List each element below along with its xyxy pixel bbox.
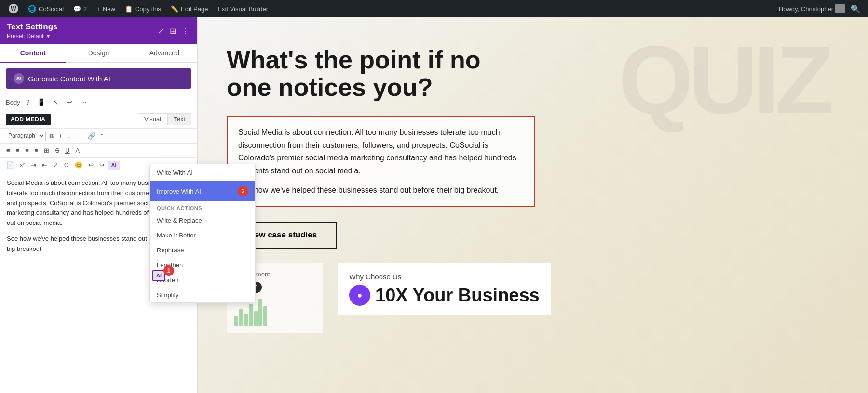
chart-bar (258, 299, 262, 326)
sidebar-header-icons: ⤢ ⊞ ⋮ (157, 26, 190, 37)
underline-btn[interactable]: U (63, 145, 72, 156)
align-center-btn[interactable]: ≡ (14, 145, 22, 156)
rephrase-item[interactable]: Rephrase (150, 243, 255, 258)
body-paragraph-2: See how we've helped these businesses st… (238, 184, 524, 196)
copy-label: Copy this (135, 5, 161, 13)
unordered-list-btn[interactable]: ≡ (65, 131, 73, 141)
special-char-btn[interactable]: Ω (62, 160, 71, 170)
make-better-item[interactable]: Make It Better (150, 228, 255, 243)
chart-bar (244, 314, 248, 326)
justify-btn[interactable]: ≡ (32, 145, 41, 156)
comment-count: 2 (83, 5, 87, 13)
edit-page-label: Edit Page (181, 5, 208, 13)
step-2-badge: 2 (238, 186, 248, 196)
tab-design[interactable]: Design (66, 44, 131, 63)
why-choose-box: Why Choose Us ● 10X Your Business (338, 263, 551, 315)
panel-title: Text Settings (7, 22, 57, 32)
cosocial-label: CoSocial (39, 5, 64, 13)
tab-content[interactable]: Content (0, 44, 66, 63)
new-item[interactable]: + New (92, 0, 120, 17)
chart-bar (239, 309, 243, 326)
highlighted-text-box: Social Media is about connection. All to… (227, 116, 535, 207)
edit-page-item[interactable]: ✏️ Edit Page (166, 0, 213, 17)
main-layout: Text Settings Preset: Default ▾ ⤢ ⊞ ⋮ Co… (0, 17, 868, 393)
ai-inline-btn[interactable]: AI (108, 161, 120, 170)
comment-item[interactable]: 💬 2 (68, 0, 92, 17)
tab-advanced[interactable]: Advanced (132, 44, 197, 63)
cosocial-item[interactable]: 🌐 CoSocial (23, 0, 68, 17)
redo-edit-btn[interactable]: ↪ (97, 160, 107, 170)
bold-btn[interactable]: B (47, 131, 56, 141)
wp-logo-item[interactable]: W (4, 0, 23, 17)
rich-toolbar: Paragraph Heading 1 Heading 2 B I ≡ ≣ 🔗 … (0, 129, 197, 144)
simplify-item[interactable]: Simplify (150, 288, 255, 302)
table-btn[interactable]: ⊞ (41, 145, 52, 156)
user-avatar (835, 4, 845, 13)
copy-icon: 📋 (125, 5, 133, 13)
sidebar-header: Text Settings Preset: Default ▾ ⤢ ⊞ ⋮ (0, 17, 197, 44)
copy-item[interactable]: 📋 Copy this (120, 0, 166, 17)
mode-tabs: Visual Text (138, 113, 191, 125)
editor-toolbar-row: Body ? 📱 ↖ ↩ ⋯ (0, 94, 197, 110)
align-left-btn[interactable]: ≡ (4, 145, 13, 156)
step-1-badge: 1 (163, 265, 174, 276)
fullscreen-btn[interactable]: ⤢ (51, 160, 61, 170)
admin-bar-right: Howdy, Christopher 🔍 (779, 4, 864, 13)
rich-toolbar-2: ≡ ≡ ≡ ≡ ⊞ S U A (0, 144, 197, 158)
text-color-btn[interactable]: A (73, 145, 82, 156)
paragraph-select[interactable]: Paragraph Heading 1 Heading 2 (4, 131, 46, 141)
pencil-icon: ✏️ (171, 5, 178, 13)
ordered-list-btn[interactable]: ≣ (74, 131, 84, 141)
mode-text[interactable]: Text (167, 113, 191, 125)
add-media-button[interactable]: ADD MEDIA (6, 114, 51, 125)
preset-label[interactable]: Preset: Default ▾ (7, 33, 57, 39)
page-content-area: QUIZ What's the point if no one notices … (198, 17, 868, 393)
bottom-section: Engagement +2467 (227, 263, 829, 333)
undo-edit-btn[interactable]: ↩ (86, 160, 96, 170)
chart-bar (254, 311, 258, 326)
ai-generate-button[interactable]: AI Generate Content With AI (6, 68, 191, 89)
ten-x-text: 10X Your Business (375, 285, 540, 306)
mobile-icon[interactable]: 📱 (35, 97, 47, 107)
why-choose-title: Why Choose Us (349, 273, 540, 281)
exit-builder-item[interactable]: Exit Visual Builder (213, 0, 273, 17)
paste-plain-btn[interactable]: 📄 (4, 160, 16, 170)
write-with-ai-item[interactable]: Write With AI (150, 164, 255, 181)
strikethrough-btn[interactable]: S (53, 145, 62, 156)
align-right-btn[interactable]: ≡ (23, 145, 31, 156)
columns-icon[interactable]: ⊞ (169, 26, 177, 37)
indent-btn[interactable]: ⇥ (28, 160, 39, 170)
emoji-btn[interactable]: 😊 (72, 160, 85, 170)
more-options-icon[interactable]: ⋯ (78, 97, 89, 107)
page-background: QUIZ What's the point if no one notices … (198, 17, 868, 393)
plus-icon: + (96, 5, 100, 13)
expand-icon[interactable]: ⤢ (157, 26, 165, 37)
editor-mode-row: ADD MEDIA Visual Text (0, 110, 197, 129)
help-icon[interactable]: ? (24, 97, 32, 107)
chart-bar (249, 304, 253, 326)
search-icon[interactable]: 🔍 (847, 4, 864, 13)
comment-icon: 💬 (73, 5, 81, 13)
link-btn[interactable]: 🔗 (85, 131, 98, 141)
wp-logo: W (9, 4, 18, 13)
ten-x-headline: ● 10X Your Business (349, 285, 540, 306)
cursor-icon[interactable]: ↖ (51, 97, 61, 107)
mode-visual[interactable]: Visual (138, 113, 167, 125)
ai-popup-menu: Write With AI Improve With AI 2 Quick Ac… (149, 164, 256, 303)
page-main-content: What's the point if no one notices you? … (198, 17, 868, 362)
ai-icon: AI (14, 73, 24, 84)
outdent-btn[interactable]: ⇤ (40, 160, 50, 170)
more-icon[interactable]: ⋮ (181, 26, 190, 37)
main-headline: What's the point if no one notices you? (227, 46, 516, 101)
chart-bar (263, 306, 267, 326)
settings-tabs: Content Design Advanced (0, 44, 197, 63)
quick-actions-label: Quick Actions (150, 201, 255, 213)
superscript-btn[interactable]: x² (17, 160, 27, 170)
improve-with-ai-item[interactable]: Improve With AI 2 (150, 181, 255, 201)
italic-btn[interactable]: I (57, 131, 64, 141)
undo-icon[interactable]: ↩ (65, 97, 74, 107)
admin-bar: W 🌐 CoSocial 💬 2 + New 📋 Copy this ✏️ Ed… (0, 0, 868, 17)
blockquote-btn[interactable]: " (99, 131, 106, 141)
write-replace-item[interactable]: Write & Replace (150, 213, 255, 228)
howdy-label: Howdy, Christopher (779, 5, 833, 13)
